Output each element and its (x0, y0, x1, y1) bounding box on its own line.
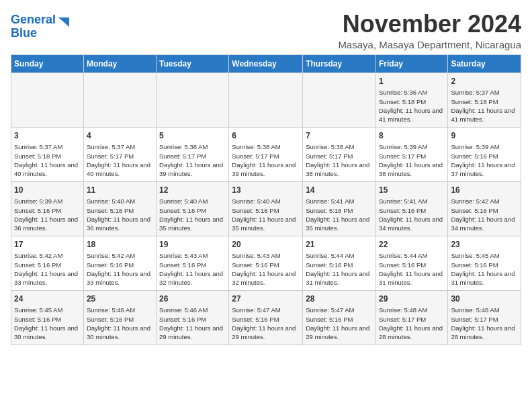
day-number: 25 (87, 293, 153, 305)
calendar-header-cell: Sunday (11, 54, 84, 73)
location-title: Masaya, Masaya Department, Nicaragua (338, 39, 521, 50)
logo-text: GeneralBlue (11, 13, 56, 40)
day-number: 14 (306, 185, 373, 196)
calendar-cell: 25Sunrise: 5:46 AM Sunset: 5:16 PM Dayli… (83, 290, 156, 345)
calendar-cell: 13Sunrise: 5:40 AM Sunset: 5:16 PM Dayli… (229, 181, 303, 236)
calendar-cell: 21Sunrise: 5:44 AM Sunset: 5:16 PM Dayli… (303, 236, 376, 290)
day-info: Sunrise: 5:43 AM Sunset: 5:16 PM Dayligh… (159, 251, 226, 287)
day-number: 18 (87, 239, 153, 250)
day-info: Sunrise: 5:45 AM Sunset: 5:16 PM Dayligh… (14, 306, 81, 341)
calendar-cell: 17Sunrise: 5:42 AM Sunset: 5:16 PM Dayli… (11, 236, 84, 290)
calendar-header-cell: Thursday (303, 54, 376, 73)
calendar-cell: 12Sunrise: 5:40 AM Sunset: 5:16 PM Dayli… (157, 181, 229, 236)
day-number: 23 (451, 239, 518, 250)
day-info: Sunrise: 5:39 AM Sunset: 5:16 PM Dayligh… (451, 142, 518, 178)
calendar-body: 1Sunrise: 5:36 AM Sunset: 5:18 PM Daylig… (11, 73, 521, 345)
calendar-cell (303, 73, 376, 127)
month-title: November 2024 (338, 11, 521, 38)
day-info: Sunrise: 5:39 AM Sunset: 5:16 PM Dayligh… (14, 197, 81, 232)
day-number: 22 (379, 239, 445, 250)
day-number: 6 (232, 130, 300, 142)
calendar-cell: 4Sunrise: 5:37 AM Sunset: 5:17 PM Daylig… (83, 127, 156, 181)
day-number: 5 (159, 130, 226, 142)
day-number: 29 (379, 293, 445, 305)
day-info: Sunrise: 5:42 AM Sunset: 5:16 PM Dayligh… (87, 251, 153, 287)
calendar-cell: 18Sunrise: 5:42 AM Sunset: 5:16 PM Dayli… (83, 236, 156, 290)
day-number: 11 (87, 185, 153, 196)
day-number: 4 (87, 130, 153, 142)
day-number: 26 (159, 293, 226, 305)
day-info: Sunrise: 5:42 AM Sunset: 5:16 PM Dayligh… (14, 251, 81, 287)
day-number: 27 (232, 293, 300, 305)
day-number: 3 (14, 130, 81, 142)
day-number: 21 (306, 239, 373, 250)
calendar-week-row: 24Sunrise: 5:45 AM Sunset: 5:16 PM Dayli… (11, 290, 521, 345)
calendar-header-cell: Tuesday (157, 54, 229, 73)
day-number: 12 (159, 185, 226, 196)
calendar-cell: 8Sunrise: 5:39 AM Sunset: 5:17 PM Daylig… (375, 127, 447, 181)
calendar-cell: 30Sunrise: 5:48 AM Sunset: 5:17 PM Dayli… (448, 290, 521, 345)
calendar-cell: 7Sunrise: 5:38 AM Sunset: 5:17 PM Daylig… (303, 127, 376, 181)
calendar-cell: 19Sunrise: 5:43 AM Sunset: 5:16 PM Dayli… (157, 236, 229, 290)
calendar-cell: 3Sunrise: 5:37 AM Sunset: 5:18 PM Daylig… (11, 127, 84, 181)
logo-icon (57, 16, 71, 30)
day-number: 30 (451, 293, 518, 305)
day-info: Sunrise: 5:40 AM Sunset: 5:16 PM Dayligh… (87, 197, 153, 232)
calendar-week-row: 1Sunrise: 5:36 AM Sunset: 5:18 PM Daylig… (11, 73, 521, 127)
calendar-cell: 1Sunrise: 5:36 AM Sunset: 5:18 PM Daylig… (375, 73, 447, 127)
calendar-week-row: 3Sunrise: 5:37 AM Sunset: 5:18 PM Daylig… (11, 127, 521, 181)
calendar-cell: 22Sunrise: 5:44 AM Sunset: 5:16 PM Dayli… (375, 236, 447, 290)
day-info: Sunrise: 5:48 AM Sunset: 5:17 PM Dayligh… (379, 306, 445, 341)
calendar-cell (157, 73, 229, 127)
calendar-cell: 9Sunrise: 5:39 AM Sunset: 5:16 PM Daylig… (448, 127, 521, 181)
day-number: 28 (306, 293, 373, 305)
day-number: 7 (306, 130, 373, 142)
calendar-header-cell: Saturday (448, 54, 521, 73)
calendar-cell: 24Sunrise: 5:45 AM Sunset: 5:16 PM Dayli… (11, 290, 84, 345)
day-number: 17 (14, 239, 81, 250)
day-number: 13 (232, 185, 300, 196)
day-info: Sunrise: 5:37 AM Sunset: 5:17 PM Dayligh… (87, 142, 153, 178)
calendar-cell: 29Sunrise: 5:48 AM Sunset: 5:17 PM Dayli… (375, 290, 447, 345)
calendar-cell: 20Sunrise: 5:43 AM Sunset: 5:16 PM Dayli… (229, 236, 303, 290)
calendar-cell: 26Sunrise: 5:46 AM Sunset: 5:16 PM Dayli… (157, 290, 229, 345)
day-info: Sunrise: 5:45 AM Sunset: 5:16 PM Dayligh… (451, 251, 518, 287)
day-number: 15 (379, 185, 445, 196)
day-number: 2 (451, 76, 518, 87)
day-number: 1 (379, 76, 445, 87)
calendar-header-row: SundayMondayTuesdayWednesdayThursdayFrid… (11, 54, 521, 73)
calendar-week-row: 17Sunrise: 5:42 AM Sunset: 5:16 PM Dayli… (11, 236, 521, 290)
calendar-cell (83, 73, 156, 127)
calendar-cell (229, 73, 303, 127)
day-info: Sunrise: 5:38 AM Sunset: 5:17 PM Dayligh… (232, 142, 300, 178)
calendar-cell: 10Sunrise: 5:39 AM Sunset: 5:16 PM Dayli… (11, 181, 84, 236)
day-info: Sunrise: 5:37 AM Sunset: 5:18 PM Dayligh… (451, 88, 518, 124)
page-header: GeneralBlue November 2024 Masaya, Masaya… (11, 11, 521, 50)
day-number: 20 (232, 239, 300, 250)
day-number: 24 (14, 293, 81, 305)
day-info: Sunrise: 5:36 AM Sunset: 5:18 PM Dayligh… (379, 88, 445, 124)
calendar-header-cell: Wednesday (229, 54, 303, 73)
day-info: Sunrise: 5:48 AM Sunset: 5:17 PM Dayligh… (451, 306, 518, 341)
calendar-cell: 16Sunrise: 5:42 AM Sunset: 5:16 PM Dayli… (448, 181, 521, 236)
day-info: Sunrise: 5:41 AM Sunset: 5:16 PM Dayligh… (379, 197, 445, 232)
calendar-cell: 23Sunrise: 5:45 AM Sunset: 5:16 PM Dayli… (448, 236, 521, 290)
day-info: Sunrise: 5:38 AM Sunset: 5:17 PM Dayligh… (159, 142, 226, 178)
day-info: Sunrise: 5:38 AM Sunset: 5:17 PM Dayligh… (306, 142, 373, 178)
svg-marker-0 (58, 17, 69, 27)
day-number: 19 (159, 239, 226, 250)
day-info: Sunrise: 5:40 AM Sunset: 5:16 PM Dayligh… (232, 197, 300, 232)
day-number: 8 (379, 130, 445, 142)
day-number: 10 (14, 185, 81, 196)
day-info: Sunrise: 5:44 AM Sunset: 5:16 PM Dayligh… (379, 251, 445, 287)
day-info: Sunrise: 5:42 AM Sunset: 5:16 PM Dayligh… (451, 197, 518, 232)
calendar-cell: 5Sunrise: 5:38 AM Sunset: 5:17 PM Daylig… (157, 127, 229, 181)
calendar-week-row: 10Sunrise: 5:39 AM Sunset: 5:16 PM Dayli… (11, 181, 521, 236)
calendar-cell: 15Sunrise: 5:41 AM Sunset: 5:16 PM Dayli… (375, 181, 447, 236)
calendar-cell: 28Sunrise: 5:47 AM Sunset: 5:16 PM Dayli… (303, 290, 376, 345)
day-info: Sunrise: 5:41 AM Sunset: 5:16 PM Dayligh… (306, 197, 373, 232)
day-number: 16 (451, 185, 518, 196)
logo: GeneralBlue (11, 13, 71, 40)
calendar-cell: 14Sunrise: 5:41 AM Sunset: 5:16 PM Dayli… (303, 181, 376, 236)
calendar-cell: 2Sunrise: 5:37 AM Sunset: 5:18 PM Daylig… (448, 73, 521, 127)
